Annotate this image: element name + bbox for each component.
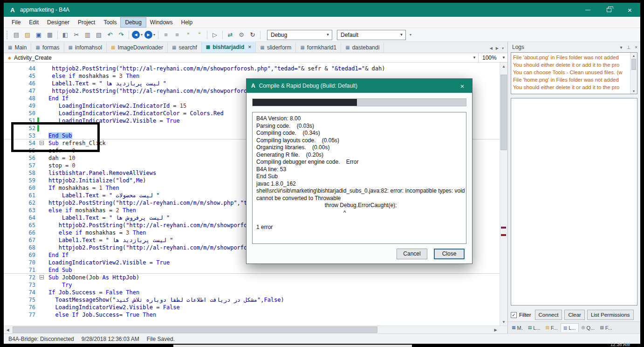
scroll-up-icon[interactable]: ▲ — [630, 53, 637, 58]
menu-edit[interactable]: Edit — [25, 18, 43, 27]
scroll-down-icon[interactable]: ▼ — [630, 88, 637, 94]
clear-button[interactable]: Clear — [564, 310, 584, 320]
scroll-left-icon[interactable]: ◀ — [4, 328, 12, 332]
menu-help[interactable]: Help — [177, 18, 197, 27]
hscroll-thumb[interactable] — [13, 326, 377, 333]
open-file-icon[interactable]: ▨ — [22, 30, 33, 40]
close-button[interactable]: × — [619, 3, 640, 17]
horizontal-scrollbar[interactable]: ◀ ▶ — [4, 326, 507, 333]
build-configuration-select[interactable]: Default ▼ — [337, 30, 406, 40]
logs-scrollbar[interactable]: ▲ ▼ — [630, 53, 637, 94]
outdent-icon[interactable]: ≡ — [161, 30, 171, 40]
tab-list-icon[interactable]: ▾ — [502, 46, 504, 50]
tab-imagedownloader[interactable]: ▦ImageDownloader — [107, 42, 168, 53]
tab-sliderform[interactable]: ▦sliderform — [256, 42, 296, 53]
comment-icon[interactable]: “ — [183, 30, 193, 40]
maximize-button[interactable] — [598, 3, 619, 17]
chevron-down-icon[interactable]: ▼ — [324, 33, 332, 37]
tab-scroll-right-icon[interactable]: ▶ — [496, 46, 499, 50]
vscroll-thumb[interactable] — [500, 75, 507, 150]
connect-button[interactable]: Connect — [535, 310, 562, 320]
code-line[interactable]: 75 ToastMessageShow("مشكل در دريافت اطلا… — [4, 296, 500, 304]
pin-icon[interactable]: ⊥ — [626, 45, 630, 50]
debug-mode-select[interactable]: Debug ▼ — [267, 30, 332, 40]
panel-tab[interactable]: ▥L... — [561, 323, 579, 332]
tab-formas[interactable]: ▦formas — [31, 42, 64, 53]
close-dialog-button[interactable]: Close — [434, 249, 465, 259]
panel-tab[interactable]: ▧F... — [597, 324, 614, 332]
code-line[interactable]: 77 else If Job.Success= True Then — [4, 311, 500, 319]
tab-main[interactable]: ▦Main — [4, 42, 31, 53]
chevron-down-icon[interactable]: ▾ — [141, 33, 143, 37]
code-line[interactable]: 74If Job.Success = False Then — [4, 289, 500, 296]
undo-icon[interactable]: ↶ — [105, 30, 115, 40]
save-all-icon[interactable]: ▦ — [45, 30, 55, 40]
panel-tab[interactable]: ▤L... — [526, 324, 543, 332]
cancel-button[interactable]: Cancel — [397, 249, 427, 259]
code-line[interactable]: 72Sub JobDone(Job As HttpJob) — [4, 274, 500, 281]
save-icon[interactable]: ▣ — [34, 30, 44, 40]
chevron-down-icon[interactable]: ▼ — [500, 56, 507, 60]
dialog-close-icon[interactable]: × — [452, 82, 472, 90]
filter-checkbox[interactable]: ✓ — [511, 312, 517, 318]
menu-windows[interactable]: Windows — [146, 18, 177, 27]
close-tab-icon[interactable]: × — [248, 44, 251, 50]
log-message[interactable]: You should either delete it or add it to… — [513, 83, 628, 91]
chevron-down-icon[interactable]: ▾ — [620, 45, 622, 50]
logs-scroll-thumb[interactable] — [631, 59, 636, 70]
menu-tools[interactable]: Tools — [99, 18, 121, 27]
new-file-icon[interactable]: ▤ — [11, 30, 21, 40]
minimize-button[interactable] — [577, 3, 598, 17]
menu-file[interactable]: File — [7, 18, 25, 27]
bridge-icon[interactable]: ⇄ — [225, 30, 235, 40]
refresh-icon[interactable]: ↻ — [247, 30, 258, 40]
copy-icon[interactable]: ▥ — [82, 30, 93, 40]
designer-icon[interactable]: ◧ — [60, 30, 70, 40]
scroll-up-icon[interactable]: ▲ — [500, 62, 507, 70]
toolbar-overflow-icon[interactable]: ▾ — [410, 33, 411, 37]
menu-designer[interactable]: Designer — [43, 18, 74, 27]
zoom-select[interactable]: 100% ▼ — [479, 53, 507, 62]
navigate-back-icon[interactable]: ◀ — [132, 31, 140, 39]
menu-project[interactable]: Project — [74, 18, 99, 27]
clean-project-icon[interactable]: ⚙ — [236, 30, 247, 40]
tab-dastebandi[interactable]: ▦dastebandi — [341, 42, 384, 53]
fold-collapse-icon[interactable] — [40, 141, 44, 145]
indent-icon[interactable]: ≡ — [172, 30, 182, 40]
run-icon[interactable]: ▷ — [210, 30, 220, 40]
panel-tab[interactable]: ▦M. — [509, 324, 525, 332]
log-message[interactable]: File 'home.png' in Files folder was not … — [513, 76, 628, 83]
tab-infomahsol[interactable]: ▦infomahsol — [64, 42, 107, 53]
cut-icon[interactable]: ✂ — [71, 30, 82, 40]
panel-tab[interactable]: ▨F... — [543, 324, 560, 332]
chevron-down-icon[interactable]: ▼ — [397, 33, 405, 37]
chevron-down-icon[interactable]: ▼ — [471, 56, 478, 60]
tab-scroll-left-icon[interactable]: ◀ — [490, 46, 493, 50]
vertical-scrollbar[interactable]: ▲ ▼ — [500, 62, 507, 326]
chevron-down-icon[interactable]: ▾ — [153, 33, 155, 37]
code-line[interactable]: 71End Sub — [4, 266, 500, 274]
hscroll-track[interactable] — [12, 326, 492, 333]
redo-icon[interactable]: ↷ — [116, 30, 126, 40]
panel-tab[interactable]: ◎Q... — [579, 324, 597, 332]
log-message[interactable]: You can choose Tools - Clean unused file… — [513, 69, 628, 76]
uncomment-icon[interactable]: ” — [194, 30, 205, 40]
function-select[interactable]: ◆ Activity_Create ▼ — [4, 53, 479, 62]
navigate-forward-icon[interactable]: ▶ — [144, 31, 152, 39]
log-message[interactable]: You should either delete it or add it to… — [513, 61, 628, 69]
tab-bishtarjadid[interactable]: ▦bishtarjadid× — [202, 42, 256, 53]
code-line[interactable]: 44 httpjob2.PostString("http://al-reyhan… — [4, 65, 500, 72]
log-message[interactable]: File 'about.png' in Files folder was not… — [513, 54, 628, 61]
tab-formkharid1[interactable]: ▦formkharid1 — [296, 42, 341, 53]
scroll-down-icon[interactable]: ▼ — [500, 318, 507, 326]
close-panel-icon[interactable]: × — [635, 45, 637, 50]
paste-icon[interactable]: ▧ — [94, 30, 104, 40]
code-line[interactable]: 73 Try — [4, 281, 500, 289]
tab-searchf[interactable]: ▦searchf — [168, 42, 202, 53]
menu-debug[interactable]: Debug — [121, 18, 145, 27]
scroll-right-icon[interactable]: ▶ — [492, 328, 500, 332]
toolbar-grip[interactable] — [7, 31, 8, 39]
fold-collapse-icon[interactable] — [40, 275, 44, 279]
code-line[interactable]: 76 LoadingIndicatorView2.Visible = False — [4, 304, 500, 311]
list-permissions-button[interactable]: List Permissions — [587, 310, 634, 320]
